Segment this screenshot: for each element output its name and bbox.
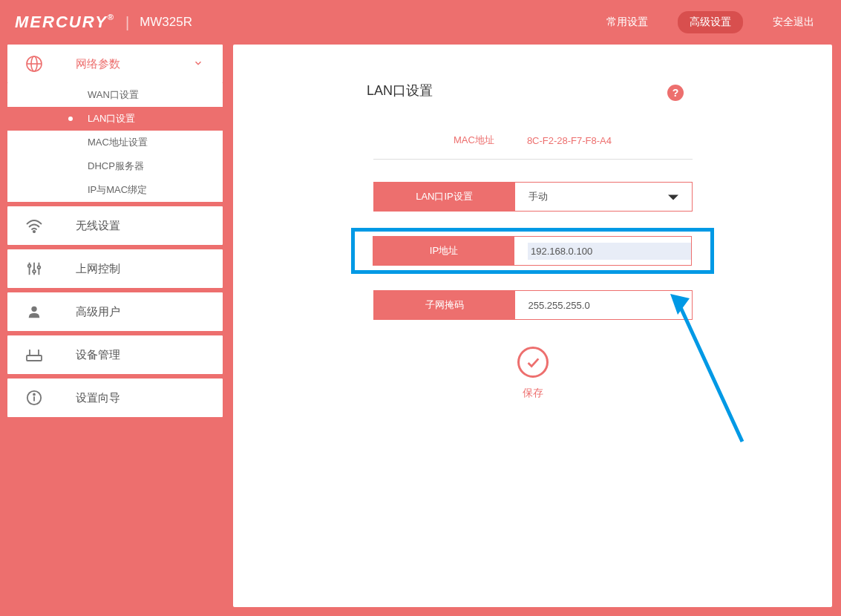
sidebar-item-control[interactable]: 上网控制 [7,249,223,288]
subnet-label: 子网掩码 [374,291,515,319]
info-icon [24,390,45,406]
globe-icon [24,55,45,73]
sidebar-item-label: 设置向导 [76,391,120,405]
sliders-icon [24,261,45,277]
submenu-item-dhcp[interactable]: DHCP服务器 [7,154,223,178]
page-title: LAN口设置 [367,82,788,99]
subnet-field-wrapper [515,291,692,319]
logo-divider: | [125,14,129,31]
help-icon[interactable]: ? [667,85,684,101]
sidebar-item-wireless[interactable]: 无线设置 [7,206,223,245]
save-block: 保存 [278,347,788,400]
ip-address-label: IP地址 [373,237,514,265]
sidebar-item-network[interactable]: 网络参数 [7,45,223,83]
save-label: 保存 [278,387,788,400]
subnet-input[interactable] [529,300,692,311]
submenu-item-mac[interactable]: MAC地址设置 [7,131,223,154]
wifi-icon [24,218,45,233]
user-icon [24,304,45,320]
sidebar-item-advuser[interactable]: 高级用户 [7,292,223,331]
svg-point-3 [33,231,35,232]
mac-value: 8C-F2-28-F7-F8-A4 [527,135,612,146]
sidebar-item-label: 高级用户 [76,305,120,319]
svg-rect-11 [27,355,42,361]
highlight-annotation: IP地址 [351,228,714,274]
submenu-item-ipmac[interactable]: IP与MAC绑定 [7,178,223,202]
ip-address-field-wrapper [514,237,691,265]
sidebar: 网络参数 WAN口设置 LAN口设置 MAC地址设置 DHCP服务器 IP与MA… [7,45,223,607]
sidebar-item-wizard[interactable]: 设置向导 [7,379,223,417]
sidebar-item-label: 网络参数 [76,57,120,71]
lan-ip-setting-label: LAN口IP设置 [374,183,515,211]
sidebar-item-label: 无线设置 [76,219,120,233]
lan-ip-setting-select[interactable]: 手动 [515,183,692,211]
sidebar-item-label: 上网控制 [76,262,120,276]
chevron-down-icon [668,191,678,203]
svg-point-8 [33,270,36,273]
brand-logo: MERCURY® [15,13,115,32]
sidebar-item-device[interactable]: 设备管理 [7,335,223,374]
header: MERCURY® | MW325R 常用设置 高级设置 安全退出 [0,0,841,45]
content-panel: LAN口设置 ? MAC地址 8C-F2-28-F7-F8-A4 LAN口IP设… [233,45,832,607]
svg-point-10 [31,307,36,312]
sidebar-item-label: 设备管理 [76,348,120,362]
nav-logout[interactable]: 安全退出 [761,11,826,33]
subnet-row: 子网掩码 [373,290,693,320]
submenu-network: WAN口设置 LAN口设置 MAC地址设置 DHCP服务器 IP与MAC绑定 [7,83,223,202]
nav-advanced-settings[interactable]: 高级设置 [678,11,743,33]
lan-ip-setting-row: LAN口IP设置 手动 [373,182,693,212]
model-label: MW325R [140,15,192,30]
submenu-item-wan[interactable]: WAN口设置 [7,83,223,107]
nav-common-settings[interactable]: 常用设置 [595,11,660,33]
divider [373,159,693,160]
header-nav: 常用设置 高级设置 安全退出 [595,11,826,33]
svg-point-7 [28,265,31,268]
ip-address-input[interactable] [528,243,691,260]
svg-point-16 [33,394,35,396]
router-icon [24,347,45,363]
mac-row: MAC地址 8C-F2-28-F7-F8-A4 [278,134,788,147]
svg-marker-17 [668,194,678,200]
svg-point-9 [38,266,41,269]
mac-label: MAC地址 [454,134,494,147]
ip-address-row: IP地址 [373,236,692,266]
save-button[interactable] [517,347,549,378]
submenu-item-lan[interactable]: LAN口设置 [7,107,223,131]
chevron-down-icon [193,58,203,71]
